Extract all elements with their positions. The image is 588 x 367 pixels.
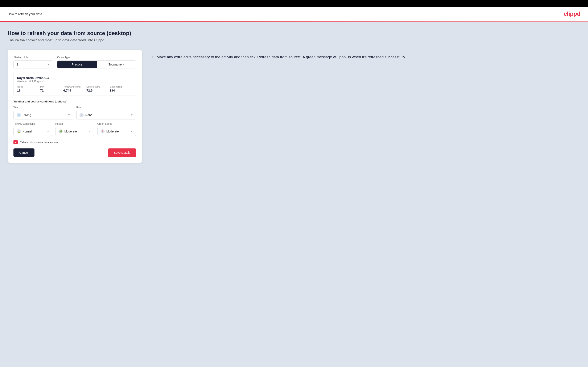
game-type-group: Game Type Practice Tournament — [57, 56, 136, 68]
save-details-button[interactable]: Save Details — [108, 149, 136, 157]
wind-value: Strong — [23, 113, 31, 117]
wind-chevron-icon: ▼ — [68, 114, 70, 117]
green-speed-label: Green Speed — [97, 122, 136, 125]
rain-select[interactable]: ☀ None ▼ — [76, 111, 136, 119]
yards-label: Yards/White (M)) — [63, 85, 86, 88]
rain-chevron-icon: ▼ — [130, 114, 133, 117]
green-speed-icon: 📍 — [101, 129, 105, 133]
stat-slope-rating: Slope rating 134 — [110, 85, 133, 92]
button-row: Cancel Save Details — [13, 149, 136, 157]
starting-hole-chevron-icon: ▼ — [47, 63, 50, 66]
stat-yards: Yards/White (M)) 6,744 — [63, 85, 86, 92]
course-rating-value: 72.5 — [86, 89, 110, 92]
rain-value: None — [85, 113, 92, 117]
rain-group: Rain ☀ None ▼ — [76, 106, 136, 119]
starting-hole-row: Starting Hole 1 ▼ Game Type Practice Tou… — [13, 56, 136, 68]
refresh-checkbox-row: ✓ Refresh shots from data source — [13, 140, 136, 144]
header: How to refresh your data clippd — [0, 7, 588, 21]
starting-hole-group: Starting Hole 1 ▼ — [13, 56, 53, 68]
rain-label: Rain — [76, 106, 136, 109]
wind-select-inner: 💨 Strong — [17, 113, 31, 117]
conditions-section-title: Weather and course conditions (optional) — [13, 100, 136, 103]
holes-value: 18 — [17, 89, 40, 92]
rough-chevron-icon: ▼ — [89, 130, 91, 133]
yards-value: 6,744 — [63, 89, 86, 92]
starting-hole-label: Starting Hole — [13, 56, 53, 59]
rain-icon: ☀ — [79, 113, 84, 117]
rough-select[interactable]: 🌿 Moderate ▼ — [55, 127, 94, 136]
green-speed-select-inner: 📍 Moderate — [101, 129, 119, 133]
wind-group: Wind 💨 Strong ▼ — [13, 106, 73, 119]
course-info: Royal North Devon GC, Westward Ho!, Engl… — [13, 73, 136, 96]
course-stats: Holes 18 Par 72 Yards/White (M)) 6,744 C… — [17, 85, 133, 92]
wind-select[interactable]: 💨 Strong ▼ — [13, 111, 73, 119]
practice-button[interactable]: Practice — [57, 61, 97, 68]
checkmark-icon: ✓ — [15, 141, 17, 144]
side-note-text: 3) Make any extra edits necessary to the… — [152, 54, 580, 60]
par-label: Par — [40, 85, 63, 88]
green-speed-chevron-icon: ▼ — [130, 130, 133, 133]
rough-icon: 🌿 — [59, 129, 63, 133]
fairway-icon: ⛳ — [17, 129, 21, 133]
rough-value: Moderate — [64, 130, 77, 133]
fairway-select[interactable]: ⛳ Normal ▼ — [13, 127, 52, 136]
starting-hole-select[interactable]: 1 ▼ — [13, 60, 53, 68]
slope-rating-value: 134 — [110, 89, 133, 92]
page-heading: How to refresh your data from source (de… — [8, 30, 580, 37]
fairway-chevron-icon: ▼ — [47, 130, 49, 133]
stat-course-rating: Course rating 72.5 — [86, 85, 110, 92]
stat-par: Par 72 — [40, 85, 63, 92]
refresh-checkbox[interactable]: ✓ — [13, 140, 18, 144]
page-subheading: Ensure the correct and most up to date d… — [8, 38, 580, 42]
fairway-value: Normal — [23, 130, 32, 133]
game-type-label: Game Type — [57, 56, 136, 59]
main-layout: Starting Hole 1 ▼ Game Type Practice Tou… — [8, 50, 580, 163]
refresh-checkbox-label: Refresh shots from data source — [20, 141, 58, 144]
holes-label: Holes — [17, 85, 40, 88]
content-area: How to refresh your data from source (de… — [0, 22, 588, 367]
wind-icon: 💨 — [17, 113, 21, 117]
logo: clippd — [564, 10, 580, 17]
rough-label: Rough — [55, 122, 94, 125]
course-name: Royal North Devon GC, — [17, 76, 133, 80]
wind-rain-row: Wind 💨 Strong ▼ Rain ☀ None — [13, 106, 136, 119]
fairway-label: Fairway Conditions — [13, 122, 52, 125]
fairway-select-inner: ⛳ Normal — [17, 129, 32, 133]
cancel-button[interactable]: Cancel — [13, 149, 35, 157]
wind-label: Wind — [13, 106, 73, 109]
rough-group: Rough 🌿 Moderate ▼ — [55, 122, 94, 136]
stat-holes: Holes 18 — [17, 85, 40, 92]
slope-rating-label: Slope rating — [110, 85, 133, 88]
breadcrumb: How to refresh your data — [8, 12, 42, 16]
starting-hole-value: 1 — [17, 63, 18, 66]
edit-card: Starting Hole 1 ▼ Game Type Practice Tou… — [8, 50, 142, 163]
tournament-button[interactable]: Tournament — [97, 61, 136, 68]
course-rating-label: Course rating — [86, 85, 110, 88]
side-note: 3) Make any extra edits necessary to the… — [152, 50, 580, 60]
green-speed-select[interactable]: 📍 Moderate ▼ — [97, 127, 136, 136]
game-type-buttons: Practice Tournament — [57, 60, 136, 68]
green-speed-group: Green Speed 📍 Moderate ▼ — [97, 122, 136, 136]
rough-select-inner: 🌿 Moderate — [59, 129, 77, 133]
green-speed-value: Moderate — [106, 130, 119, 133]
top-bar — [0, 0, 588, 7]
course-location: Westward Ho!, England — [17, 80, 133, 83]
fairway-rough-green-row: Fairway Conditions ⛳ Normal ▼ Rough 🌿 — [13, 122, 136, 136]
fairway-group: Fairway Conditions ⛳ Normal ▼ — [13, 122, 52, 136]
rain-select-inner: ☀ None — [79, 113, 92, 117]
par-value: 72 — [40, 89, 63, 92]
